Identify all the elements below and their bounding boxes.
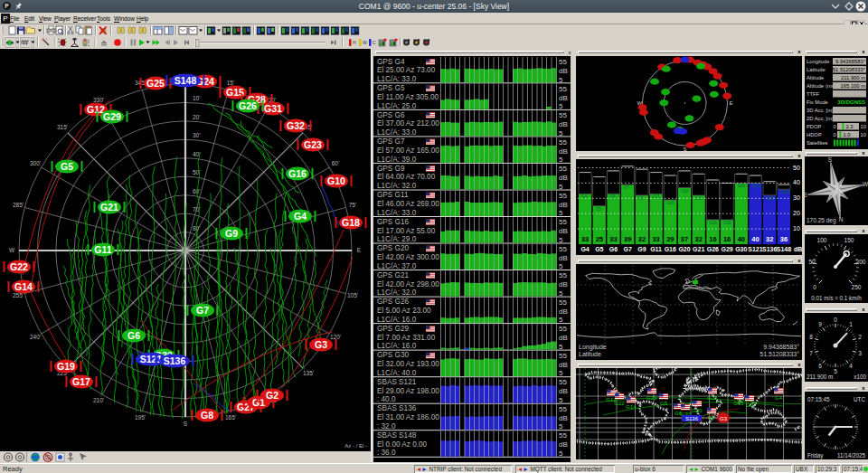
svg-text:5: 5 [559,449,563,458]
svg-text:El 32.00 Az 193.00: El 32.00 Az 193.00 [377,360,439,368]
svg-text:16: 16 [723,235,731,243]
svg-text:32: 32 [638,235,646,243]
svg-text:G17: G17 [72,376,90,387]
svg-text:0: 0 [834,317,837,323]
svg-text:50: 50 [793,165,800,171]
svg-text:G16: G16 [288,168,307,179]
svg-text:10: 10 [793,225,800,232]
svg-text:135': 135' [303,370,314,376]
svg-text:9: 9 [818,321,822,327]
svg-text:55: 55 [559,165,567,173]
svg-text:07:15:45: 07:15:45 [807,396,830,402]
svg-text:40: 40 [793,179,800,185]
svg-text:dB: dB [559,67,568,75]
svg-text:dB: dB [559,361,568,369]
svg-text:5: 5 [559,316,563,324]
svg-text:100: 100 [817,237,827,243]
svg-text:3: 3 [858,350,862,356]
svg-text:2.3: 2.3 [846,124,854,129]
svg-text:165': 165' [225,414,236,421]
svg-text:G30: G30 [738,184,746,188]
svg-text:G11: G11 [94,244,111,255]
svg-text:G4: G4 [775,395,783,401]
svg-text:55: 55 [559,405,567,413]
svg-text:Longitude: Longitude [807,59,829,64]
svg-text:39: 39 [624,235,631,243]
svg-text:G9: G9 [746,402,754,408]
svg-text:E: E [357,247,362,253]
svg-text:L1C/A: 37.0: L1C/A: 37.0 [377,262,417,270]
svg-text:TTFF: TTFF [807,91,820,97]
svg-text:5: 5 [559,289,563,298]
svg-text:S136: S136 [762,246,777,252]
svg-text:Latitude: Latitude [579,351,601,357]
svg-text:L1C/A: 40.0: L1C/A: 40.0 [377,369,417,377]
svg-text:51.51208333°: 51.51208333° [760,351,799,357]
svg-text:PDOP: PDOP [807,124,822,129]
svg-text:195': 195' [135,414,146,421]
svg-text:L1C/A: 25.0: L1C/A: 25.0 [377,102,417,110]
svg-text:10': 10' [193,95,200,101]
svg-text:N: N [839,216,844,222]
svg-text:G11: G11 [653,194,661,199]
svg-text:El 0.00 Az 0.00: El 0.00 Az 0.00 [377,440,428,449]
svg-text:11/14/2025: 11/14/2025 [837,452,866,459]
svg-text:55: 55 [559,378,567,386]
svg-text:51.51208333°: 51.51208333° [833,67,865,72]
svg-text:120': 120' [330,334,341,340]
svg-text:40: 40 [738,235,745,243]
svg-text:5: 5 [559,422,563,430]
svg-text:3D/DGNSS: 3D/DGNSS [837,99,865,105]
svg-text:GPS G9: GPS G9 [377,165,405,173]
svg-text:L1C/A: 16.0: L1C/A: 16.0 [377,342,417,350]
svg-text:G21: G21 [693,246,704,252]
svg-text:G26: G26 [707,246,719,252]
svg-text:16: 16 [709,235,716,243]
svg-text:G11: G11 [650,246,662,252]
svg-text:G10: G10 [327,175,345,186]
svg-text:3D Acc. [m]: 3D Acc. [m] [807,108,834,113]
svg-text:9.94368583°: 9.94368583° [763,344,799,350]
svg-text:dB: dB [559,94,568,102]
svg-text:55: 55 [559,298,567,307]
svg-text:dB: dB [559,120,568,128]
svg-text:G5: G5 [660,401,668,406]
svg-text:0.01 m/s = 0.1 km/h: 0.01 m/s = 0.1 km/h [811,295,862,301]
svg-text:20': 20' [193,114,200,120]
svg-text:40: 40 [751,235,759,243]
svg-text:0: 0 [834,132,836,137]
svg-text:G25: G25 [146,78,165,89]
svg-text:S148: S148 [175,75,197,86]
svg-text:GPS G4: GPS G4 [377,58,405,66]
svg-text:El 64.00 Az 70.00: El 64.00 Az 70.00 [377,173,436,181]
svg-text:GPS G6: GPS G6 [377,111,405,119]
svg-text:4: 4 [849,363,853,369]
svg-text:Longitude: Longitude [579,344,607,351]
svg-text:Fix Mode: Fix Mode [807,99,828,105]
svg-text:S121: S121 [748,246,762,252]
svg-text:2D Acc. [m]: 2D Acc. [m] [807,116,834,121]
svg-text:330': 330' [93,97,104,103]
svg-text:G7: G7 [624,246,632,252]
svg-text:GPS G20: GPS G20 [377,244,409,252]
svg-text:0: 0 [813,284,816,290]
svg-text:G29: G29 [721,246,732,252]
svg-text:25: 25 [596,235,603,243]
svg-text:G6: G6 [127,330,140,341]
svg-text:315': 315' [57,124,68,130]
svg-text:30: 30 [793,194,800,201]
svg-text:GPS G26: GPS G26 [377,298,409,306]
svg-text:El 17.00 Az 55.00: El 17.00 Az 55.00 [377,227,436,235]
svg-text:55: 55 [559,352,567,360]
svg-text:El 37.00 Az 212.00: El 37.00 Az 212.00 [377,119,439,128]
svg-text:105': 105' [347,292,358,298]
svg-text:dB: dB [559,334,568,342]
svg-text:30': 30' [193,132,200,138]
svg-text:El 57.00 Az 165.00: El 57.00 Az 165.00 [377,147,439,155]
svg-text:165.100 m: 165.100 m [841,83,866,89]
svg-text:6: 6 [818,363,822,369]
svg-text:L1C/A: 33.0: L1C/A: 33.0 [377,209,417,217]
svg-text:El 7.00 Az 331.00: El 7.00 Az 331.00 [377,334,436,342]
svg-text:5: 5 [559,396,563,404]
svg-text:55: 55 [559,325,567,333]
